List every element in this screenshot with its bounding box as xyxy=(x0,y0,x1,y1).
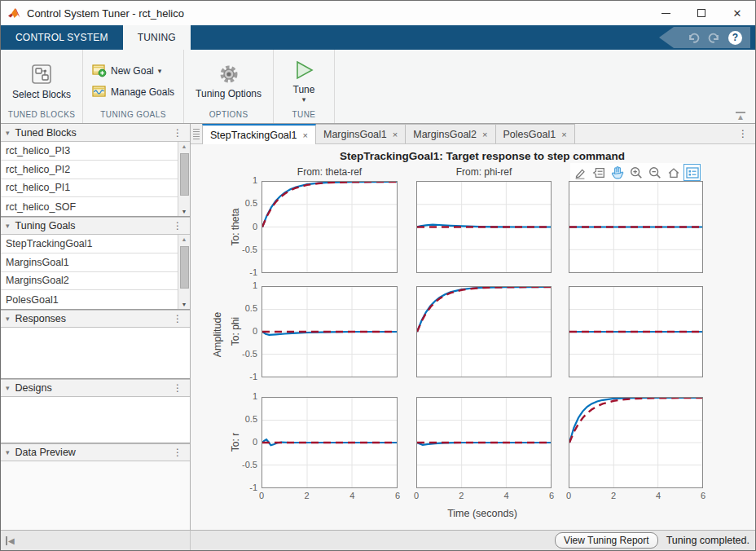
tune-button[interactable]: Tune ▾ xyxy=(280,58,327,104)
view-tuning-report-button[interactable]: View Tuning Report xyxy=(555,532,658,549)
y-axis-label: Amplitude xyxy=(212,285,224,383)
new-goal-label: New Goal xyxy=(111,65,154,77)
x-tick-label: 0 xyxy=(253,491,270,500)
redo-icon[interactable] xyxy=(707,31,721,45)
tab-control-system[interactable]: CONTROL SYSTEM xyxy=(1,25,123,50)
column-header-phi-ref: From: phi-ref xyxy=(416,166,552,178)
tab-close-icon[interactable]: × xyxy=(393,130,398,139)
scroll-thumb[interactable] xyxy=(180,246,189,289)
select-blocks-button[interactable]: Select Blocks xyxy=(7,61,76,101)
x-tick-label: 2 xyxy=(298,491,316,500)
tab-close-icon[interactable]: × xyxy=(561,130,566,139)
zoom-out-icon[interactable] xyxy=(646,164,663,181)
axes-r2c2[interactable] xyxy=(416,286,552,377)
scrollbar[interactable]: ▲ ▼ xyxy=(178,142,190,216)
axes-r2c1[interactable] xyxy=(262,286,398,377)
doc-tab-marginsgoal2[interactable]: MarginsGoal2 × xyxy=(406,124,495,143)
home-icon[interactable] xyxy=(665,164,682,181)
panel-title: Data Preview xyxy=(15,447,76,458)
list-item[interactable]: rct_helico_PI1 xyxy=(1,179,178,198)
panel-title: Tuned Blocks xyxy=(15,127,77,139)
tuning-options-label: Tuning Options xyxy=(196,88,262,99)
manage-goals-button[interactable]: Manage Goals xyxy=(90,83,177,100)
axes-r1c1[interactable] xyxy=(262,181,398,273)
panel-header-tuning-goals[interactable]: ▾ Tuning Goals ⋮ xyxy=(1,217,190,235)
help-icon[interactable]: ? xyxy=(728,31,742,45)
panel-menu-icon[interactable]: ⋮ xyxy=(170,382,185,394)
undo-icon[interactable] xyxy=(686,31,700,45)
new-goal-button[interactable]: New Goal ▾ xyxy=(90,62,177,79)
doc-tab-polesgoal1[interactable]: PolesGoal1 × xyxy=(496,124,575,143)
tuning-options-button[interactable]: Tuning Options xyxy=(191,62,266,100)
zoom-in-icon[interactable] xyxy=(627,164,644,181)
collapse-sidebar-icon[interactable]: ◀ xyxy=(6,536,15,545)
tab-overflow-menu-icon[interactable]: ⋮ xyxy=(738,128,755,143)
close-icon: ✕ xyxy=(733,7,742,20)
axes-r3c1[interactable] xyxy=(262,397,398,488)
scroll-up-icon[interactable]: ▲ xyxy=(182,143,187,149)
scroll-down-icon[interactable]: ▼ xyxy=(182,209,187,214)
panel-menu-icon[interactable]: ⋮ xyxy=(170,127,185,139)
panel-header-tuned-blocks[interactable]: ▾ Tuned Blocks ⋮ xyxy=(1,124,190,142)
axes-r1c3[interactable] xyxy=(569,181,703,273)
collapse-ribbon-button[interactable]: ▲ xyxy=(736,112,745,121)
brush-icon[interactable] xyxy=(571,164,588,181)
scroll-up-icon[interactable]: ▲ xyxy=(182,236,187,242)
scrollbar[interactable]: ▲ ▼ xyxy=(178,235,190,309)
scroll-thumb[interactable] xyxy=(180,153,189,196)
pan-icon[interactable] xyxy=(609,164,626,181)
list-item[interactable]: rct_helico_PI3 xyxy=(1,142,178,161)
axes-r3c2[interactable] xyxy=(416,397,552,488)
tuned-blocks-list: rct_helico_PI3 rct_helico_PI2 rct_helico… xyxy=(1,142,190,217)
datatips-icon[interactable] xyxy=(590,164,607,181)
collapse-triangle-icon: ▾ xyxy=(6,315,10,323)
responses-list xyxy=(1,328,190,379)
chart-title: StepTrackingGoal1: Target response to st… xyxy=(262,150,703,162)
list-item[interactable]: PolesGoal1 xyxy=(1,290,178,309)
title-bar: Control System Tuner - rct_helico ✕ xyxy=(1,1,755,25)
panel-menu-icon[interactable]: ⋮ xyxy=(170,447,185,458)
doc-tab-steptrackinggoal1[interactable]: StepTrackingGoal1 × xyxy=(202,124,316,144)
list-item[interactable]: StepTrackingGoal1 xyxy=(1,235,178,253)
gear-icon xyxy=(218,63,240,86)
axes-r1c2[interactable] xyxy=(416,181,552,273)
manage-goals-icon xyxy=(92,85,107,99)
minimize-button[interactable] xyxy=(648,1,683,25)
panel-menu-icon[interactable]: ⋮ xyxy=(170,313,185,324)
axes-r2c3[interactable] xyxy=(569,286,703,377)
row-label: To: r xyxy=(230,397,242,488)
legend-toggle-icon[interactable] xyxy=(683,164,701,181)
close-button[interactable]: ✕ xyxy=(719,1,755,25)
panel-menu-icon[interactable]: ⋮ xyxy=(170,220,185,231)
panel-title: Designs xyxy=(15,382,52,394)
axes-toolbar xyxy=(570,163,701,182)
manage-goals-label: Manage Goals xyxy=(111,86,174,98)
doc-tab-marginsgoal1[interactable]: MarginsGoal1 × xyxy=(316,124,406,143)
minimize-icon xyxy=(662,13,670,14)
list-item[interactable]: rct_helico_SOF xyxy=(1,197,178,216)
new-goal-dropdown-icon[interactable]: ▾ xyxy=(158,67,162,75)
panel-header-data-preview[interactable]: ▾ Data Preview ⋮ xyxy=(1,443,190,461)
tune-dropdown-icon[interactable]: ▾ xyxy=(302,95,306,104)
panel-header-responses[interactable]: ▾ Responses ⋮ xyxy=(1,310,190,328)
list-item[interactable]: rct_helico_PI2 xyxy=(1,161,178,179)
toolstrip-tab-band: CONTROL SYSTEM TUNING ? xyxy=(1,25,755,50)
tab-strip-handle-icon[interactable] xyxy=(193,129,200,139)
x-tick-label: 4 xyxy=(498,491,516,500)
tab-tuning[interactable]: TUNING xyxy=(123,25,191,50)
list-item[interactable]: MarginsGoal2 xyxy=(1,272,178,291)
collapse-triangle-icon: ▾ xyxy=(6,448,10,456)
group-options: Tuning Options OPTIONS xyxy=(184,50,274,123)
scroll-down-icon[interactable]: ▼ xyxy=(182,302,187,307)
app-window: Control System Tuner - rct_helico ✕ CONT… xyxy=(0,0,756,551)
collapse-triangle-icon: ▾ xyxy=(6,384,10,392)
tab-close-icon[interactable]: × xyxy=(303,130,308,140)
tab-close-icon[interactable]: × xyxy=(482,130,487,139)
status-message: Tuning completed. xyxy=(666,535,749,546)
quick-access-toolbar: ? xyxy=(659,27,750,48)
list-item[interactable]: MarginsGoal1 xyxy=(1,253,178,272)
x-tick-label: 2 xyxy=(452,491,470,500)
maximize-button[interactable] xyxy=(683,1,719,25)
axes-r3c3[interactable] xyxy=(569,397,703,488)
panel-header-designs[interactable]: ▾ Designs ⋮ xyxy=(1,379,190,397)
